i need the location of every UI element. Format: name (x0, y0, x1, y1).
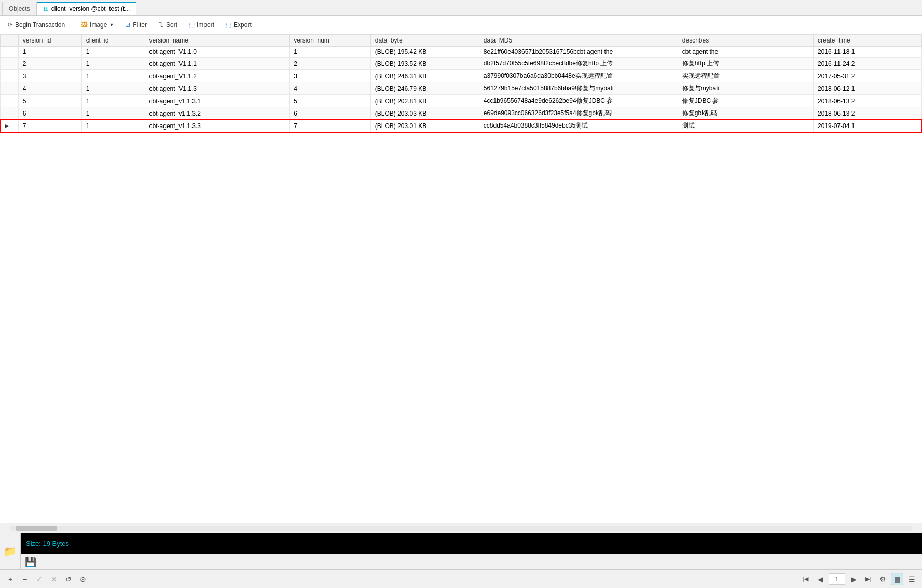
table-cell: 1 (81, 58, 145, 70)
remove-icon: − (23, 575, 27, 583)
table-cell: 3 (18, 70, 81, 82)
stop-button[interactable]: ⊘ (77, 573, 89, 585)
table-cell: 561279b15e7cfa5015887b6bba9!修复与mybati (479, 82, 678, 95)
remove-row-button[interactable]: − (19, 573, 31, 585)
scroll-thumb[interactable] (16, 526, 57, 531)
table-cell: 2018-06-13 2 (814, 107, 922, 120)
col-header-describes[interactable]: describes (678, 35, 813, 47)
table-cell: 2016-11-24 2 (814, 58, 922, 70)
sort-icon: ⇅ (158, 21, 164, 29)
table-cell: cbt-agent_v1.1.3.2 (145, 107, 290, 120)
table-cell: (BLOB) 203.03 KB (370, 107, 479, 120)
export-icon: ⬚ (226, 21, 231, 29)
begin-transaction-button[interactable]: ⟳ Begin Transaction (3, 19, 70, 31)
bottom-toolbar: + − ✓ ✕ ↺ ⊘ |◀ ◀ ▶ ▶| ⚙ (0, 569, 922, 588)
tab-client-version[interactable]: ⊞ client_version @cbt_test (t... (37, 2, 137, 15)
page-number-input[interactable] (829, 573, 845, 585)
tab-bar: Objects ⊞ client_version @cbt_test (t... (0, 0, 922, 16)
table-row[interactable]: 61cbt-agent_v1.1.3.26(BLOB) 203.03 KBe69… (1, 107, 922, 120)
col-header-client-id[interactable]: client_id (81, 35, 145, 47)
table-cell: cbt-agent_V1.1.0 (145, 47, 290, 58)
data-table: version_id client_id version_name versio… (0, 34, 922, 132)
table-cell: 测试 (678, 120, 813, 132)
folder-icon-area: 📁 (0, 533, 21, 569)
table-cell: 1 (81, 70, 145, 82)
settings-button[interactable]: ⚙ (876, 573, 889, 585)
table-cell: 1 (81, 95, 145, 107)
status-area: 📁 Size: 19 Bytes 💾 (0, 533, 922, 569)
table-cell: 7 (18, 120, 81, 132)
table-cell: 2019-07-04 1 (814, 120, 922, 132)
col-header-create-time[interactable]: create_time (814, 35, 922, 47)
image-dropdown-icon: ▼ (109, 22, 114, 27)
page-next-button[interactable]: ▶ (847, 573, 860, 585)
table-cell: 实现远程配置 (678, 70, 813, 82)
table-cell: cbt-agent_v1.1.3.1 (145, 95, 290, 107)
table-row[interactable]: 31cbt-agent_V1.1.23(BLOB) 246.31 KBa3799… (1, 70, 922, 82)
tab-objects[interactable]: Objects (2, 2, 37, 15)
page-prev-button[interactable]: ◀ (814, 573, 827, 585)
col-header-version-num[interactable]: version_num (290, 35, 371, 47)
form-icon: ☰ (909, 575, 915, 583)
cancel-icon: ✕ (51, 575, 57, 583)
status-content: Size: 19 Bytes 💾 (21, 533, 922, 569)
table-cell: 8e21ff60e4036571b2053167156bcbt agent th… (479, 47, 678, 58)
table-cell: a37990f0307ba6a6da30bb0448e实现远程配置 (479, 70, 678, 82)
col-header-indicator (1, 35, 19, 47)
filter-button[interactable]: ⊿ Filter (120, 19, 152, 31)
page-first-icon: |◀ (803, 576, 809, 582)
table-cell (1, 58, 19, 70)
table-row[interactable]: 21cbt-agent_V1.1.12(BLOB) 193.52 KBdb2f5… (1, 58, 922, 70)
confirm-button: ✓ (33, 573, 46, 585)
sort-button[interactable]: ⇅ Sort (154, 19, 182, 31)
save-row: 💾 (21, 554, 922, 569)
refresh-icon: ↺ (65, 575, 72, 583)
cancel-button: ✕ (48, 573, 60, 585)
export-button[interactable]: ⬚ Export (221, 19, 256, 31)
col-header-version-id[interactable]: version_id (18, 35, 81, 47)
table-cell: (BLOB) 203.01 KB (370, 120, 479, 132)
table-cell: cbt-agent_V1.1.1 (145, 58, 290, 70)
col-header-data-byte[interactable]: data_byte (370, 35, 479, 47)
stop-icon: ⊘ (80, 575, 86, 583)
table-cell (1, 47, 19, 58)
settings-icon: ⚙ (879, 575, 886, 583)
page-last-button[interactable]: ▶| (862, 573, 874, 585)
add-icon: + (8, 575, 12, 583)
toolbar-sep-1 (73, 19, 73, 31)
table-cell: 5 (18, 95, 81, 107)
image-button[interactable]: 🖼 Image ▼ (76, 19, 118, 31)
form-view-button[interactable]: ☰ (905, 573, 918, 585)
table-cell: 1 (81, 82, 145, 95)
horizontal-scrollbar[interactable] (0, 523, 922, 533)
bottom-left-actions: + − ✓ ✕ ↺ ⊘ (4, 573, 89, 585)
col-header-version-name[interactable]: version_name (145, 35, 290, 47)
table-cell: cc8dd54a4b0388c3ff5849debc35测试 (479, 120, 678, 132)
table-cell: cbt-agent_V1.1.3 (145, 82, 290, 95)
table-row[interactable]: ▶71cbt-agent_v1.1.3.37(BLOB) 203.01 KBcc… (1, 120, 922, 132)
col-header-data-md5[interactable]: data_MD5 (479, 35, 678, 47)
table-cell: 1 (81, 47, 145, 58)
page-first-button[interactable]: |◀ (800, 573, 812, 585)
table-cell: 修复http 上传 (678, 58, 813, 70)
table-cell: 修复gbk乱码 (678, 107, 813, 120)
bottom-right-actions: |◀ ◀ ▶ ▶| ⚙ ▦ ☰ (800, 573, 918, 585)
import-icon: ⬚ (189, 21, 195, 29)
table-cell: (BLOB) 195.42 KB (370, 47, 479, 58)
table-cell: (BLOB) 193.52 KB (370, 58, 479, 70)
add-row-button[interactable]: + (4, 573, 17, 585)
table-cell: 6 (18, 107, 81, 120)
import-button[interactable]: ⬚ Import (184, 19, 219, 31)
table-cell: 6 (290, 107, 371, 120)
table-cell: e69de9093cc066326d3f23e5f5a4修复gbk乱码i (479, 107, 678, 120)
table-row[interactable]: 51cbt-agent_v1.1.3.15(BLOB) 202.81 KB4cc… (1, 95, 922, 107)
import-label: Import (197, 21, 214, 29)
table-row[interactable]: 41cbt-agent_V1.1.34(BLOB) 246.79 KB56127… (1, 82, 922, 95)
table-cell: 修复JDBC 参 (678, 95, 813, 107)
grid-view-button[interactable]: ▦ (891, 573, 903, 585)
table-row[interactable]: 11cbt-agent_V1.1.01(BLOB) 195.42 KB8e21f… (1, 47, 922, 58)
table-cell (1, 70, 19, 82)
refresh-button[interactable]: ↺ (62, 573, 75, 585)
table-cell: 2 (290, 58, 371, 70)
filter-label: Filter (133, 21, 147, 29)
